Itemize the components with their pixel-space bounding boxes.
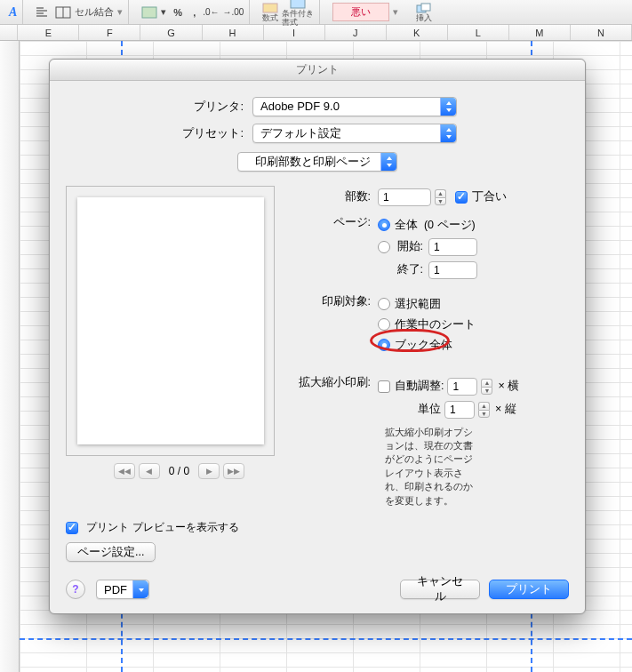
pager-prev-button[interactable]: ◀ (139, 463, 160, 479)
section-select[interactable]: 印刷部数と印刷ページ (237, 152, 397, 172)
insert-button[interactable]: 挿入 (416, 3, 432, 22)
cancel-button[interactable]: キャンセル (400, 580, 480, 599)
print-button[interactable]: プリント (489, 580, 569, 599)
target-active-sheets-radio[interactable] (378, 318, 390, 331)
fit-width-input[interactable] (447, 378, 477, 396)
printer-select[interactable]: Adobe PDF 9.0 (252, 97, 457, 116)
autofit-checkbox[interactable] (378, 380, 390, 393)
pager-first-button[interactable]: ◀◀ (114, 463, 135, 479)
help-button[interactable]: ? (66, 580, 85, 599)
conditional-format-icon (290, 0, 306, 9)
column-headers[interactable]: E F G H I J K L M N (0, 25, 632, 41)
merge-label: セル結合 (75, 5, 114, 19)
pages-from-input[interactable] (428, 238, 477, 256)
formula-button[interactable]: 数式 (262, 3, 278, 22)
target-workbook-radio[interactable] (378, 339, 390, 351)
copies-input[interactable] (378, 188, 431, 206)
pages-all-radio[interactable] (378, 219, 390, 231)
row-headers[interactable] (0, 41, 20, 672)
page-break-guide (20, 638, 632, 640)
dialog-titlebar: プリント (50, 60, 585, 81)
collate-label: 丁合い (472, 189, 507, 204)
align-icon[interactable] (36, 6, 52, 19)
ribbon: A セル結合 ▾ ▾ % , .0← →.00 数式 条件付き書式 悪い ▾ 挿… (0, 0, 632, 25)
print-preview (66, 186, 275, 456)
font-format-icon[interactable]: A (9, 5, 17, 20)
target-selection-radio[interactable] (378, 298, 390, 310)
svg-rect-6 (142, 7, 156, 18)
scale-note: 拡大縮小印刷オプションは、現在の文書がどのようにページ レイアウト表示され、印刷… (292, 426, 479, 508)
number-format-icon[interactable] (141, 6, 157, 19)
conditional-format-button[interactable]: 条件付き書式 (282, 0, 314, 27)
pager-last-button[interactable]: ▶▶ (223, 463, 244, 479)
pager-next-button[interactable]: ▶ (198, 463, 220, 479)
collate-checkbox[interactable] (455, 191, 468, 204)
fit-height-input[interactable] (444, 401, 475, 419)
insert-icon (416, 3, 432, 13)
svg-rect-8 (291, 0, 305, 8)
print-target-label: 印刷対象: (292, 294, 378, 309)
copies-stepper[interactable]: ▲▼ (435, 189, 446, 205)
svg-rect-7 (263, 4, 277, 12)
show-preview-checkbox[interactable] (66, 522, 78, 534)
page-setup-button[interactable]: ページ設定... (66, 542, 156, 562)
chevron-updown-icon (440, 124, 456, 142)
scale-label: 拡大縮小印刷: (292, 375, 378, 390)
preview-pager: ◀◀ ◀ 0 / 0 ▶ ▶▶ (66, 463, 292, 479)
show-preview-label: プリント プレビューを表示する (86, 521, 238, 533)
pager-text: 0 / 0 (169, 465, 189, 477)
printer-label: プリンタ: (66, 99, 252, 115)
fit-height-stepper[interactable]: ▲▼ (478, 402, 490, 418)
dialog-title: プリント (296, 62, 339, 77)
preview-page (77, 197, 264, 444)
formula-icon (262, 3, 278, 13)
pages-range-radio[interactable] (378, 241, 390, 253)
pages-count: (0 ページ) (424, 218, 476, 233)
svg-rect-10 (421, 4, 430, 11)
print-dialog: プリント プリンタ: Adobe PDF 9.0 プリセット: デフォルト設定 (49, 59, 586, 614)
pages-to-input[interactable] (428, 261, 477, 279)
chevron-updown-icon (380, 153, 396, 171)
preset-label: プリセット: (66, 125, 252, 141)
merge-icon[interactable] (55, 6, 71, 19)
pdf-menu-button[interactable]: PDF (96, 580, 149, 599)
cell-style-bad[interactable]: 悪い (332, 3, 389, 21)
fit-width-stepper[interactable]: ▲▼ (481, 379, 492, 395)
pages-label: ページ: (292, 215, 378, 230)
copies-label: 部数: (292, 189, 378, 204)
chevron-down-icon (132, 580, 148, 598)
preset-select[interactable]: デフォルト設定 (252, 124, 457, 143)
chevron-updown-icon (440, 98, 456, 116)
